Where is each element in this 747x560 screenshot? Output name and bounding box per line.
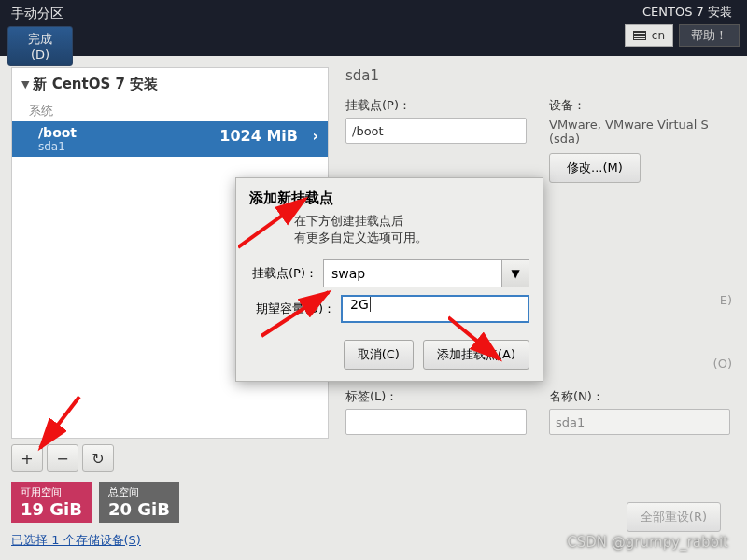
volume-name-input[interactable]	[549, 409, 730, 435]
storage-devices-link[interactable]: 已选择 1 个存储设备(S)	[11, 532, 329, 549]
volume-label-label: 标签(L)：	[345, 388, 527, 405]
add-mountpoint-dialog: 添加新挂载点 在下方创建挂载点后 有更多自定义选项可用。 挂载点(P)： ▼ 期…	[235, 177, 543, 382]
dlg-mount-label: 挂载点(P)：	[249, 265, 317, 282]
keyboard-layout: cn	[652, 29, 665, 42]
expand-icon: ▼	[21, 78, 29, 91]
dialog-title: 添加新挂载点	[249, 189, 529, 207]
installer-subtitle: CENTOS 7 安装	[642, 4, 740, 21]
mount-point-input[interactable]	[345, 118, 527, 144]
mount-point-label: 挂载点(P)：	[345, 97, 527, 114]
dlg-capacity-label: 期望容量(D)：	[249, 301, 335, 317]
device-text: VMware, VMware Virtual S (sda)	[549, 118, 730, 146]
header: 手动分区 完成(D) CENTOS 7 安装 cn 帮助！	[0, 0, 747, 56]
dlg-mount-input[interactable]	[323, 259, 501, 287]
available-space-label: 可用空间	[21, 485, 82, 499]
available-space-value: 19 GiB	[21, 499, 82, 519]
hidden-label-o: (O)	[713, 357, 732, 371]
add-partition-button[interactable]: +	[11, 444, 43, 472]
detail-title: sda1	[345, 67, 730, 84]
volume-name-label: 名称(N)：	[549, 388, 730, 405]
device-label: 设备：	[549, 97, 730, 114]
tree-item-boot[interactable]: /boot sda1 1024 MiB ›	[12, 121, 328, 157]
reset-all-button[interactable]: 全部重设(R)	[627, 502, 721, 532]
remove-partition-button[interactable]: −	[47, 444, 78, 472]
tree-header[interactable]: ▼ 新 CentOS 7 安装	[12, 68, 328, 101]
keyboard-icon	[633, 31, 646, 40]
available-space-box: 可用空间 19 GiB	[11, 482, 92, 523]
tree-group-system: 系统	[12, 101, 328, 121]
help-button[interactable]: 帮助！	[679, 24, 740, 47]
dlg-mount-combo[interactable]: ▼	[323, 259, 529, 287]
keyboard-indicator[interactable]: cn	[625, 24, 673, 47]
total-space-label: 总空间	[108, 485, 170, 499]
tree-item-size: 1024 MiB	[219, 127, 298, 145]
total-space-box: 总空间 20 GiB	[99, 482, 179, 523]
hidden-label-e: E)	[720, 293, 732, 307]
total-space-value: 20 GiB	[108, 499, 170, 519]
dlg-mount-dropdown-button[interactable]: ▼	[501, 259, 529, 287]
chevron-right-icon: ›	[312, 127, 318, 145]
reload-button[interactable]: ↻	[82, 444, 114, 472]
dlg-cancel-button[interactable]: 取消(C)	[344, 340, 414, 370]
volume-label-input[interactable]	[345, 409, 527, 435]
done-button[interactable]: 完成(D)	[7, 26, 73, 66]
dialog-description: 在下方创建挂载点后 有更多自定义选项可用。	[294, 213, 529, 246]
modify-device-button[interactable]: 修改...(M)	[549, 153, 641, 183]
dlg-add-button[interactable]: 添加挂载点(A)	[423, 340, 529, 370]
page-title: 手动分区	[7, 4, 73, 24]
dlg-capacity-input[interactable]: 2G	[341, 295, 529, 323]
